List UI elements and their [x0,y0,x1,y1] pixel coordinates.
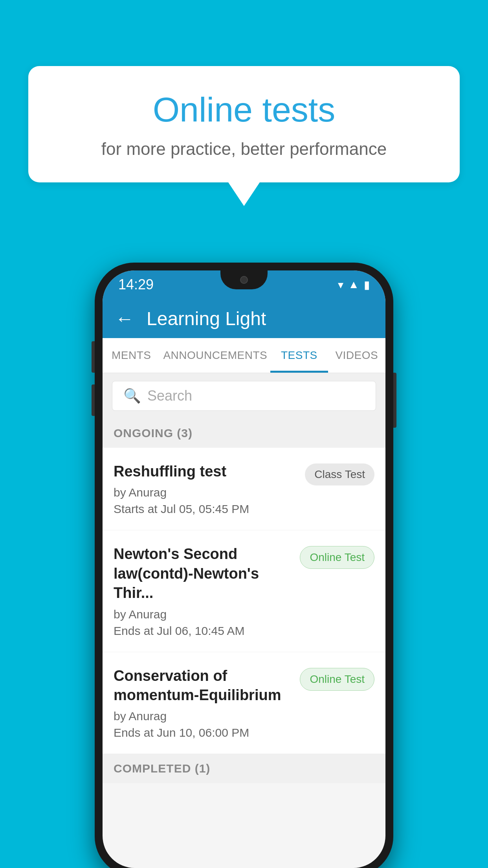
notch [220,270,268,289]
test-list: Reshuffling test by Anurag Starts at Jul… [103,448,385,754]
power-button [393,373,396,428]
test-badge: Online Test [300,668,374,691]
tabs-bar: MENTS ANNOUNCEMENTS TESTS VIDEOS [103,338,385,373]
app-bar-title: Learning Light [147,308,266,329]
test-name: Reshuffling test [114,462,297,481]
test-badge: Online Test [300,546,374,569]
signal-icon: ▲ [348,278,359,291]
wifi-icon: ▾ [338,278,343,291]
test-badge: Class Test [305,463,374,485]
test-info: Conservation of momentum-Equilibrium by … [114,666,292,740]
search-icon: 🔍 [123,388,141,404]
test-item[interactable]: Reshuffling test by Anurag Starts at Jul… [103,448,385,530]
tab-tests[interactable]: TESTS [270,338,328,373]
completed-section-header: COMPLETED (1) [103,754,385,783]
front-camera [240,276,248,284]
test-time: Ends at Jul 06, 10:45 AM [114,624,292,638]
phone-frame: 14:29 ▾ ▲ ▮ ← Learning Light MENTS ANNOU… [95,263,393,868]
volume-up-button [92,341,95,373]
promo-subtitle: for more practice, better performance [60,139,428,159]
search-container: 🔍 Search [103,373,385,419]
test-item[interactable]: Newton's Second law(contd)-Newton's Thir… [103,530,385,652]
tab-ments[interactable]: MENTS [103,338,160,373]
test-info: Newton's Second law(contd)-Newton's Thir… [114,544,292,637]
volume-down-button [92,384,95,416]
back-button[interactable]: ← [115,308,134,329]
ongoing-section-header: ONGOING (3) [103,419,385,448]
test-name: Conservation of momentum-Equilibrium [114,666,292,705]
tab-announcements[interactable]: ANNOUNCEMENTS [160,338,270,373]
app-bar: ← Learning Light [103,299,385,338]
test-author: by Anurag [114,608,292,621]
test-time: Starts at Jul 05, 05:45 PM [114,502,297,516]
test-time: Ends at Jun 10, 06:00 PM [114,726,292,739]
test-info: Reshuffling test by Anurag Starts at Jul… [114,462,297,516]
test-author: by Anurag [114,486,297,499]
search-bar[interactable]: 🔍 Search [112,381,376,411]
speech-bubble: Online tests for more practice, better p… [28,66,460,182]
status-icons: ▾ ▲ ▮ [338,278,370,291]
promo-title: Online tests [60,90,428,130]
speech-bubble-tail [228,182,260,206]
status-bar: 14:29 ▾ ▲ ▮ [103,270,385,299]
test-author: by Anurag [114,710,292,723]
test-item[interactable]: Conservation of momentum-Equilibrium by … [103,652,385,754]
battery-icon: ▮ [364,278,370,291]
search-input[interactable]: Search [147,388,192,404]
phone-screen: 14:29 ▾ ▲ ▮ ← Learning Light MENTS ANNOU… [103,270,385,868]
test-name: Newton's Second law(contd)-Newton's Thir… [114,544,292,603]
tab-videos[interactable]: VIDEOS [328,338,385,373]
promo-section: Online tests for more practice, better p… [28,66,460,206]
status-time: 14:29 [118,276,154,293]
